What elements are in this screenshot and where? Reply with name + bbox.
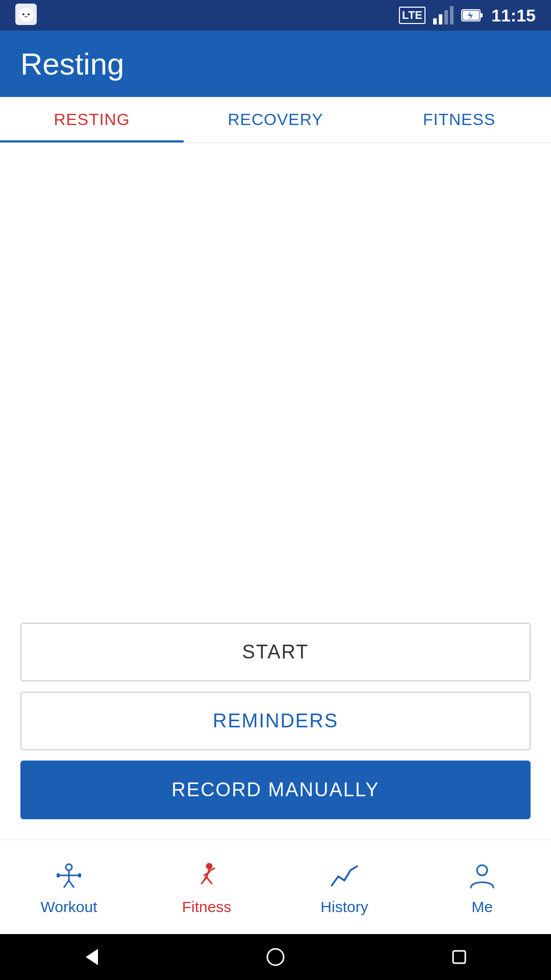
svg-rect-15 <box>78 873 81 877</box>
history-icon <box>327 859 362 894</box>
signal-icon <box>433 6 454 24</box>
android-back-button[interactable] <box>74 939 110 975</box>
app-header: Resting <box>0 31 551 97</box>
nav-label-workout: Workout <box>40 898 97 916</box>
me-icon <box>464 859 500 894</box>
svg-point-3 <box>28 13 30 15</box>
android-home-button[interactable] <box>258 939 293 975</box>
tab-bar: RESTING RECOVERY FITNESS <box>0 97 551 143</box>
android-nav-bar <box>0 934 551 980</box>
nav-label-me: Me <box>471 898 493 916</box>
main-content: START REMINDERS RECORD MANUALLY <box>0 143 551 840</box>
status-bar: LTE 11:15 <box>0 0 551 31</box>
svg-point-21 <box>267 949 284 965</box>
battery-icon <box>461 8 484 23</box>
start-button[interactable]: START <box>20 623 531 681</box>
svg-line-17 <box>69 880 74 888</box>
fitness-icon <box>189 859 224 894</box>
svg-rect-7 <box>450 6 454 24</box>
nav-item-history[interactable]: History <box>276 840 413 934</box>
svg-rect-22 <box>453 951 465 963</box>
tab-fitness[interactable]: FITNESS <box>367 97 551 142</box>
svg-marker-20 <box>86 949 98 965</box>
tab-recovery[interactable]: RECOVERY <box>184 97 367 142</box>
svg-rect-6 <box>444 10 448 24</box>
lte-icon: LTE <box>399 7 425 24</box>
svg-point-2 <box>22 13 24 15</box>
nav-item-fitness[interactable]: Fitness <box>138 840 276 934</box>
svg-rect-4 <box>433 18 437 24</box>
app-logo <box>15 4 37 27</box>
nav-label-history: History <box>320 898 368 916</box>
nav-label-fitness: Fitness <box>182 898 232 916</box>
svg-line-16 <box>64 880 69 888</box>
nav-item-me[interactable]: Me <box>413 840 551 934</box>
tab-resting[interactable]: RESTING <box>0 97 184 142</box>
svg-rect-5 <box>439 14 442 24</box>
status-time: 11:15 <box>491 6 536 26</box>
svg-point-18 <box>206 863 212 869</box>
bottom-nav: Workout Fitness History <box>0 840 551 934</box>
svg-point-19 <box>477 865 487 875</box>
reminders-button[interactable]: REMINDERS <box>20 692 531 750</box>
page-title: Resting <box>20 46 124 82</box>
android-recents-button[interactable] <box>441 939 477 975</box>
record-manually-button[interactable]: RECORD MANUALLY <box>20 761 531 819</box>
svg-rect-9 <box>480 13 483 17</box>
workout-icon <box>51 859 87 894</box>
svg-rect-14 <box>57 873 60 877</box>
nav-item-workout[interactable]: Workout <box>0 840 138 934</box>
svg-point-1 <box>19 8 33 22</box>
svg-point-11 <box>66 864 72 870</box>
